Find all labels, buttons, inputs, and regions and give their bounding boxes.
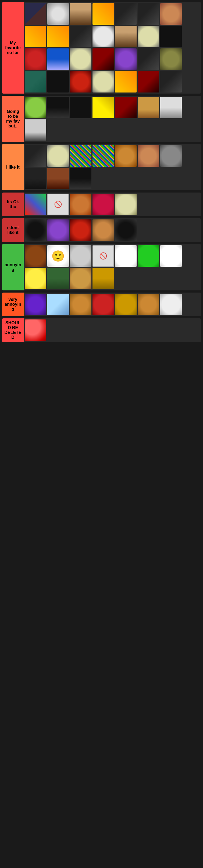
tier-item-clown[interactable] (70, 245, 92, 267)
tier-item-purple-devil[interactable] (115, 49, 137, 70)
tier-item-muscleman[interactable] (70, 3, 92, 25)
tier-items-d (24, 218, 201, 242)
tier-row-s: My favorite so far (2, 2, 201, 94)
tier-label-a: Going to be my fav but.. (2, 96, 24, 142)
tier-item-pigeon[interactable] (160, 145, 182, 167)
tier-item-ghost[interactable] (47, 3, 69, 25)
tier-item-creepy-close[interactable] (25, 145, 46, 167)
tier-item-sniper[interactable] (138, 293, 159, 315)
tier-item-combine[interactable] (47, 268, 69, 289)
tier-item-red-man[interactable] (70, 219, 92, 241)
tier-item-dozer[interactable] (93, 268, 114, 289)
tier-item-pixels2[interactable] (93, 145, 114, 167)
tier-items-a (24, 96, 201, 142)
tier-label-g: SHOULD BE DELETED (2, 318, 24, 342)
tier-item-white-circle2[interactable] (160, 245, 182, 267)
tier-item-yellow[interactable] (138, 26, 159, 47)
tier-item-engineer[interactable] (70, 293, 92, 315)
tier-row-c: Its Ok tho🚫 (2, 192, 201, 216)
tier-items-e: 🙂🚫 (24, 244, 201, 290)
tier-item-spongebob[interactable] (25, 268, 46, 289)
tier-item-black-blob[interactable] (25, 219, 46, 241)
tier-item-roblox[interactable] (93, 3, 114, 25)
tier-item-teal-thing[interactable] (25, 71, 46, 93)
tier-item-red-ball[interactable] (25, 319, 46, 341)
tier-items-g (24, 318, 201, 342)
tier-item-orange-em[interactable] (115, 71, 137, 93)
tier-item-burger[interactable] (115, 145, 137, 167)
tier-item-purple-man2[interactable] (25, 293, 46, 315)
tier-item-smiling[interactable] (160, 3, 182, 25)
tier-item-black-blob2[interactable] (115, 219, 137, 241)
tier-item-smiley[interactable]: 🙂 (47, 245, 69, 267)
tier-item-santa[interactable] (70, 71, 92, 93)
tier-item-big-face[interactable] (138, 145, 159, 167)
tier-item-soldier[interactable] (25, 3, 46, 25)
tier-label-e: annoying (2, 244, 24, 290)
tier-row-e: annoying🙂🚫 (2, 244, 201, 290)
tier-item-car[interactable] (160, 97, 182, 118)
tier-item-small-creature[interactable] (160, 71, 182, 93)
tier-item-green-circle[interactable] (138, 245, 159, 267)
tier-item-blur-face[interactable] (47, 145, 69, 167)
tier-item-horse[interactable] (47, 168, 69, 189)
tier-row-a: Going to be my fav but.. (2, 96, 201, 142)
tier-item-placeholder1[interactable]: 🚫 (47, 194, 69, 215)
tier-item-creepy1[interactable] (115, 3, 137, 25)
tier-item-purple-man[interactable] (47, 219, 69, 241)
tier-label-c: Its Ok tho (2, 192, 24, 216)
tier-item-blackface[interactable] (160, 26, 182, 47)
tier-item-whiteman[interactable] (70, 49, 92, 70)
tier-item-placeholder2[interactable]: 🚫 (93, 245, 114, 267)
tier-row-b: I like it (2, 144, 201, 190)
tier-item-black-face2[interactable] (47, 71, 69, 93)
tier-item-cat[interactable] (70, 268, 92, 289)
tier-item-snail[interactable] (25, 97, 46, 118)
tier-row-d: i dont like it (2, 218, 201, 242)
tier-item-slender[interactable] (47, 97, 69, 118)
tier-item-scary-man[interactable] (138, 71, 159, 93)
tier-item-skull1[interactable] (93, 26, 114, 47)
tier-item-ice[interactable] (47, 293, 69, 315)
tier-item-alien1[interactable] (160, 49, 182, 70)
tier-item-ghost-girl[interactable] (25, 119, 46, 141)
tier-items-f (24, 292, 201, 316)
tier-item-horror2[interactable] (93, 49, 114, 70)
tier-label-d: i dont like it (2, 218, 24, 242)
tier-items-b (24, 144, 201, 190)
tier-item-gold-skull[interactable] (115, 293, 137, 315)
tier-item-fish[interactable] (70, 194, 92, 215)
tier-item-dog[interactable] (138, 97, 159, 118)
tier-label-s: My favorite so far (2, 2, 24, 94)
tier-row-g: SHOULD BE DELETED (2, 318, 201, 342)
tier-item-roblox2[interactable] (47, 26, 69, 47)
tier-row-f: very annoying (2, 292, 201, 316)
tier-item-red-mask[interactable] (25, 49, 46, 70)
tier-item-pixels1[interactable] (70, 145, 92, 167)
tier-item-red-horror[interactable] (115, 97, 137, 118)
tier-item-white-fat[interactable] (160, 293, 182, 315)
tier-items-c: 🚫 (24, 192, 201, 216)
tier-item-orange[interactable] (25, 26, 46, 47)
tier-item-man1[interactable] (115, 26, 137, 47)
tier-item-white-circle[interactable] (115, 245, 137, 267)
tier-label-f: very annoying (2, 292, 24, 316)
tier-item-drone-thing[interactable] (25, 194, 46, 215)
tier-item-yellow-bird[interactable] (93, 97, 114, 118)
tier-item-sonic[interactable] (47, 49, 69, 70)
tier-items-s (24, 2, 201, 94)
tier-label-b: I like it (2, 144, 24, 190)
tier-item-horror1[interactable] (70, 26, 92, 47)
tier-item-brownface[interactable] (138, 3, 159, 25)
tier-item-tall-figure[interactable] (25, 168, 46, 189)
tier-item-tuxedo-man[interactable] (70, 168, 92, 189)
tier-item-troll[interactable] (93, 71, 114, 93)
tier-item-bear[interactable] (25, 245, 46, 267)
tier-item-among-us[interactable] (93, 194, 114, 215)
tier-item-shadow-tri[interactable] (70, 97, 92, 118)
tier-item-puppet[interactable] (93, 219, 114, 241)
tier-item-dragon1[interactable] (138, 49, 159, 70)
tier-item-red-cup[interactable] (93, 293, 114, 315)
tier-list: My favorite so farGoing to be my fav but… (0, 0, 203, 344)
tier-item-skull-trumpet[interactable] (115, 194, 137, 215)
